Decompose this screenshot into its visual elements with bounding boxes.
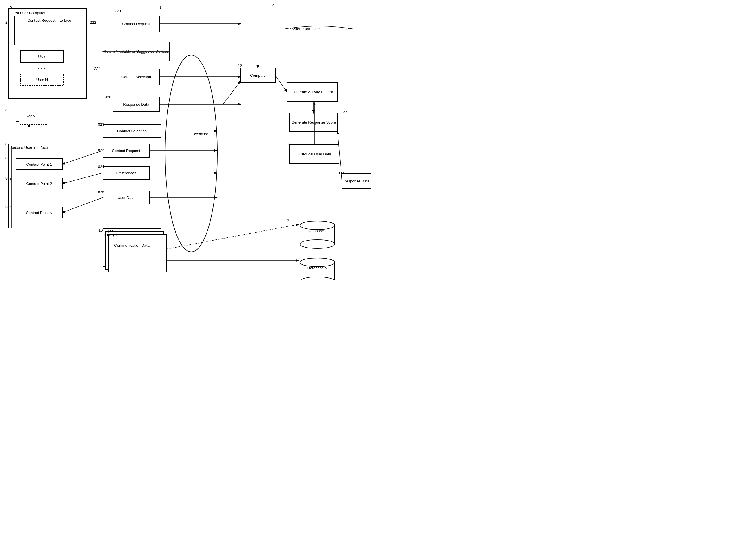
contact-request-interface-label: Contact Request Interface [16, 18, 82, 23]
network-label: Network [194, 132, 208, 136]
response-data-right-label: Response Data [342, 174, 371, 188]
ref-224: 224 [94, 66, 100, 71]
ref-44: 44 [343, 110, 347, 114]
entity1-label: Entity 1 [104, 233, 118, 237]
svg-point-52 [300, 240, 335, 248]
ref-802: 802 [5, 176, 12, 180]
ref-10: 10 [98, 228, 102, 233]
ref-804: 804 [5, 205, 12, 209]
generate-activity-label: Generate Activity Pattern [287, 82, 338, 101]
contact-point-1-label: Contact Point 1 [16, 159, 62, 170]
historical-user-label: Historical User Data [290, 145, 339, 164]
entity1-box: Entity 1 Communication Data [103, 229, 161, 266]
database-n-label: Database N [297, 266, 338, 270]
contact-point-n-label: Contact Point N [16, 207, 62, 218]
ref-42: 42 [345, 27, 349, 32]
ref-820: 820 [105, 95, 111, 99]
svg-line-38 [62, 198, 103, 213]
ref-222: 222 [90, 20, 96, 25]
system-computer-label: System Computer [290, 27, 320, 31]
response-data-mid-label: Response Data [113, 97, 159, 112]
contact-selection-mid-label: Contact Selection [103, 124, 161, 138]
ref-800: 800 [5, 156, 12, 160]
reply-label: Reply [16, 110, 45, 122]
contact-point-2-label: Contact Point 2 [16, 178, 62, 189]
second-user-interface-label: Second User Interface [9, 144, 50, 151]
svg-line-40 [275, 75, 287, 92]
generate-response-label: Generate Response Score [290, 113, 338, 132]
compare-label: Compare [240, 68, 275, 82]
ref-1: 1 [159, 5, 161, 9]
ref-40: 40 [238, 63, 242, 67]
ref-220: 220 [114, 9, 121, 13]
contact-request-interface-box: Contact Request Interface [15, 16, 81, 45]
return-available-label: Return Available or Suggested Devices [103, 42, 170, 61]
diagram-container: . . . . . . 1 2 4 6 8 10 22 40 42 44 82 … [0, 0, 377, 280]
database1-container: Database 1 [297, 220, 338, 249]
preferences-label: Preferences [103, 166, 149, 180]
svg-line-44 [167, 224, 298, 249]
svg-text:. . .: . . . [35, 194, 43, 200]
user-n-label: User N [20, 74, 64, 85]
ref-82: 82 [5, 108, 9, 112]
contact-selection-top-label: Contact Selection [113, 69, 159, 85]
svg-point-57 [300, 258, 335, 267]
svg-line-36 [62, 151, 103, 164]
database-n-container: Database N [297, 257, 338, 280]
svg-line-47 [223, 81, 240, 104]
user-data-label: User Data [103, 191, 149, 204]
first-user-computer-label: First User Computer [12, 11, 45, 16]
user-label: User [20, 51, 64, 62]
contact-request-top-label: Contact Request [113, 16, 159, 32]
database1-label: Database 1 [297, 229, 338, 233]
ref-8: 8 [5, 142, 7, 146]
ref-6: 6 [287, 218, 289, 222]
contact-request-mid-label: Contact Request [103, 144, 149, 157]
svg-point-0 [165, 55, 217, 252]
ref-4: 4 [272, 3, 274, 7]
svg-line-37 [62, 173, 103, 184]
svg-point-53 [300, 221, 335, 229]
comm-data-label: Communication Data [104, 243, 159, 247]
